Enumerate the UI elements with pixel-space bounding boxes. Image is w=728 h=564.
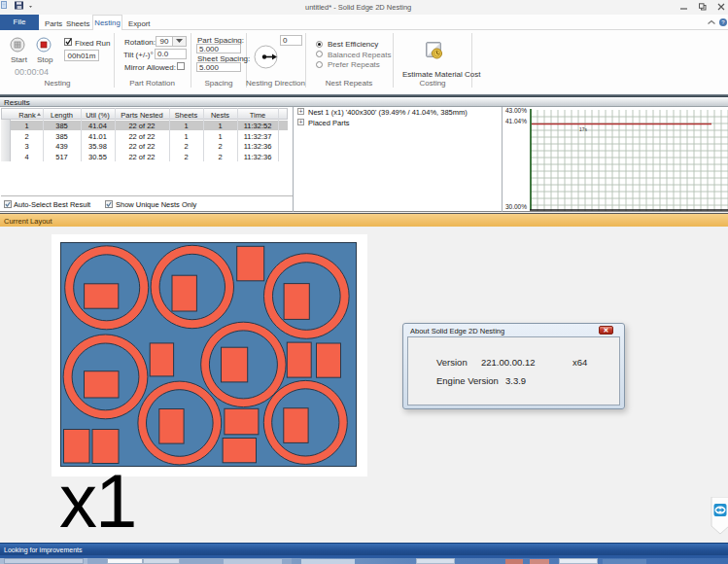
svg-text:17s: 17s <box>579 126 588 132</box>
